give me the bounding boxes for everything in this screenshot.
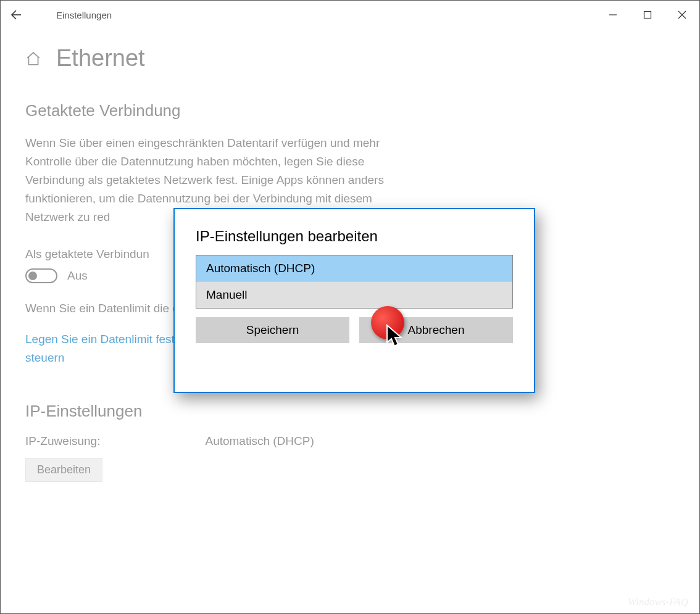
home-icon[interactable] <box>25 51 41 67</box>
dialog-buttons: Speichern Abbrechen <box>196 317 513 343</box>
maximize-button[interactable] <box>630 1 665 29</box>
page-title: Ethernet <box>56 45 145 72</box>
dropdown-option-dhcp[interactable]: Automatisch (DHCP) <box>196 255 512 282</box>
ip-assignment-row: IP-Zuweisung: Automatisch (DHCP) <box>25 434 675 448</box>
watermark: Windows-FAQ <box>628 596 688 608</box>
ip-assignment-value: Automatisch (DHCP) <box>205 434 314 448</box>
minimize-button[interactable] <box>596 1 630 29</box>
save-button[interactable]: Speichern <box>196 317 349 343</box>
svg-rect-1 <box>644 12 651 19</box>
titlebar: Einstellungen <box>1 1 699 29</box>
metered-heading: Getaktete Verbindung <box>25 101 675 120</box>
back-button[interactable] <box>1 1 29 29</box>
dropdown-option-manual[interactable]: Manuell <box>196 282 512 308</box>
cursor-icon <box>386 324 404 351</box>
ip-heading: IP-Einstellungen <box>25 402 675 421</box>
page-header: Ethernet <box>25 45 675 72</box>
metered-toggle-state: Aus <box>67 269 88 283</box>
ip-settings-dialog: IP-Einstellungen bearbeiten Automatisch … <box>173 208 535 393</box>
ip-mode-dropdown[interactable]: Automatisch (DHCP) Manuell <box>196 255 513 309</box>
ip-edit-button[interactable]: Bearbeiten <box>25 458 102 482</box>
close-button[interactable] <box>665 1 699 29</box>
metered-toggle[interactable] <box>25 268 57 283</box>
ip-assignment-label: IP-Zuweisung: <box>25 434 100 448</box>
window-title: Einstellungen <box>56 10 112 20</box>
dialog-title: IP-Einstellungen bearbeiten <box>196 228 513 245</box>
